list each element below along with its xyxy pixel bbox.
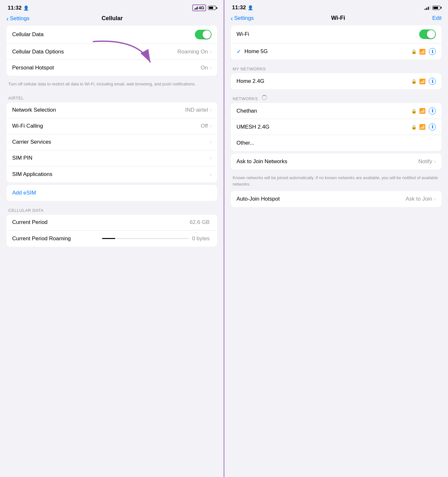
right-phone-panel: 11:32 👤 ‹ Settings Wi-Fi Edit xyxy=(224,0,448,477)
personal-hotspot-label: Personal Hotspot xyxy=(12,65,201,71)
sim-applications-row[interactable]: SIM Applications › xyxy=(6,166,217,182)
cellular-data-stats-card: Current Period 62.6 GB Current Period Ro… xyxy=(6,215,217,247)
connected-network-row[interactable]: ✓ Home 5G 🔒 📶 ℹ xyxy=(231,44,442,60)
4g-badge: 4G xyxy=(192,4,206,11)
sim-applications-chevron: › xyxy=(210,171,212,177)
toggle-knob xyxy=(203,30,211,39)
connected-network-icons: 🔒 📶 ℹ xyxy=(411,48,436,55)
personal-hotspot-value: On xyxy=(201,65,208,71)
right-status-icons xyxy=(425,5,440,10)
wifi-calling-chevron: › xyxy=(210,123,212,129)
left-back-button[interactable]: ‹ Settings xyxy=(6,15,29,22)
add-esim-row[interactable]: Add eSIM xyxy=(6,185,217,201)
cellular-data-options-row[interactable]: Cellular Data Options Roaming On › xyxy=(6,44,217,60)
wifi-calling-row[interactable]: Wi-Fi Calling Off › xyxy=(6,118,217,134)
left-settings-content: Cellular Data Cellular Data Options Roam… xyxy=(0,26,224,477)
other-network-label: Other... xyxy=(236,140,436,146)
left-person-icon: 👤 xyxy=(23,5,29,11)
info-button-chethan[interactable]: ℹ xyxy=(429,107,436,115)
sim-pin-row[interactable]: SIM PIN › xyxy=(6,150,217,166)
wifi-toggle-knob xyxy=(427,30,435,38)
auto-join-hotspot-card: Auto-Join Hotspot Ask to Join › xyxy=(231,191,442,207)
add-esim-card[interactable]: Add eSIM xyxy=(6,185,217,201)
network-selection-row[interactable]: Network Selection IND airtel › xyxy=(6,102,217,118)
my-networks-card: Home 2.4G 🔒 📶 ℹ xyxy=(231,73,442,89)
wifi-toggle-label: Wi-Fi xyxy=(236,31,419,37)
right-page-title: Wi-Fi xyxy=(254,15,422,21)
signal-small-icon xyxy=(194,6,198,10)
lock-icon-connected: 🔒 xyxy=(411,49,417,54)
personal-hotspot-row[interactable]: Personal Hotspot On › xyxy=(6,60,217,76)
wifi-toggle-row[interactable]: Wi-Fi xyxy=(231,25,442,44)
cellular-data-label: Cellular Data xyxy=(12,31,195,38)
ask-to-join-value: Notify xyxy=(418,158,432,165)
current-period-roaming-row: Current Period Roaming 0 bytes xyxy=(6,231,217,247)
current-period-roaming-value: 0 bytes xyxy=(192,235,210,242)
sim-pin-label: SIM PIN xyxy=(12,155,210,161)
info-button-umesh[interactable]: ℹ xyxy=(429,123,436,131)
left-status-bar: 11:32 👤 4G xyxy=(0,0,224,14)
wifi-calling-label: Wi-Fi Calling xyxy=(12,123,201,129)
right-signal-bars xyxy=(425,5,430,10)
left-status-icons: 4G xyxy=(192,4,216,11)
sim-pin-chevron: › xyxy=(210,155,212,161)
lock-icon-chethan: 🔒 xyxy=(411,108,417,114)
networks-card: Chethan 🔒 📶 ℹ UMESH 2.4G 🔒 📶 ℹ Other... xyxy=(231,103,442,151)
wifi-signal-icon-home24g: 📶 xyxy=(419,78,426,84)
chethan-row[interactable]: Chethan 🔒 📶 ℹ xyxy=(231,103,442,119)
right-chevron-icon: ‹ xyxy=(231,15,233,21)
wifi-toggle[interactable] xyxy=(419,29,436,39)
right-person-icon: 👤 xyxy=(248,5,253,10)
lock-icon-home24g: 🔒 xyxy=(411,79,417,84)
cellular-data-toggle[interactable] xyxy=(195,30,212,39)
umesh-2-4g-icons: 🔒 📶 ℹ xyxy=(411,123,436,131)
cellular-data-row[interactable]: Cellular Data xyxy=(6,26,217,44)
personal-hotspot-chevron: › xyxy=(210,65,212,71)
wifi-signal-icon-connected: 📶 xyxy=(419,49,426,55)
home-2-4g-icons: 🔒 📶 ℹ xyxy=(411,78,436,85)
info-button-connected[interactable]: ℹ xyxy=(429,48,436,55)
home-2-4g-label: Home 2.4G xyxy=(236,78,411,84)
ask-to-join-card: Ask to Join Networks Notify › xyxy=(231,154,442,170)
right-battery-icon xyxy=(432,6,440,10)
ask-to-join-description: Known networks will be joined automatica… xyxy=(231,172,442,191)
carrier-services-row[interactable]: Carrier Services › xyxy=(6,134,217,150)
auto-join-hotspot-row[interactable]: Auto-Join Hotspot Ask to Join › xyxy=(231,191,442,207)
right-time: 11:32 xyxy=(232,4,246,11)
cellular-data-options-value: Roaming On xyxy=(177,49,208,55)
wifi-signal-icon-umesh: 📶 xyxy=(419,124,426,130)
cellular-data-options-label: Cellular Data Options xyxy=(12,49,177,55)
cellular-data-section-label: CELLULAR DATA xyxy=(6,203,217,215)
info-button-home24g[interactable]: ℹ xyxy=(429,78,436,85)
signal-bar-1 xyxy=(425,9,426,10)
auto-join-hotspot-chevron: › xyxy=(434,196,436,202)
add-esim-label: Add eSIM xyxy=(12,190,36,196)
current-period-row: Current Period 62.6 GB xyxy=(6,215,217,231)
ask-to-join-label: Ask to Join Networks xyxy=(236,158,418,165)
lock-icon-umesh: 🔒 xyxy=(411,124,417,130)
my-networks-label: MY NETWORKS xyxy=(231,62,442,73)
auto-join-hotspot-label: Auto-Join Hotspot xyxy=(236,196,406,202)
left-back-label: Settings xyxy=(10,15,29,22)
left-nav-bar: ‹ Settings Cellular xyxy=(0,14,224,26)
left-time: 11:32 xyxy=(8,5,21,11)
sim-applications-label: SIM Applications xyxy=(12,171,210,178)
ask-to-join-chevron: › xyxy=(434,159,436,164)
signal-bar-4 xyxy=(429,6,430,10)
roaming-progress-bar xyxy=(102,238,189,239)
other-network-row[interactable]: Other... xyxy=(231,135,442,151)
chethan-icons: 🔒 📶 ℹ xyxy=(411,107,436,115)
chethan-label: Chethan xyxy=(236,108,411,114)
cellular-main-card: Cellular Data Cellular Data Options Roam… xyxy=(6,26,217,76)
network-selection-label: Network Selection xyxy=(12,107,185,113)
ask-to-join-row[interactable]: Ask to Join Networks Notify › xyxy=(231,154,442,170)
right-edit-button[interactable]: Edit xyxy=(422,15,442,21)
cellular-description: Turn off cellular data to restrict all d… xyxy=(6,78,217,91)
current-period-label: Current Period xyxy=(12,219,190,226)
home-2-4g-row[interactable]: Home 2.4G 🔒 📶 ℹ xyxy=(231,73,442,89)
carrier-services-chevron: › xyxy=(210,139,212,145)
right-back-button[interactable]: ‹ Settings xyxy=(231,15,254,21)
umesh-2-4g-row[interactable]: UMESH 2.4G 🔒 📶 ℹ xyxy=(231,119,442,135)
4g-label: 4G xyxy=(199,5,204,10)
current-period-roaming-label: Current Period Roaming xyxy=(12,235,99,242)
